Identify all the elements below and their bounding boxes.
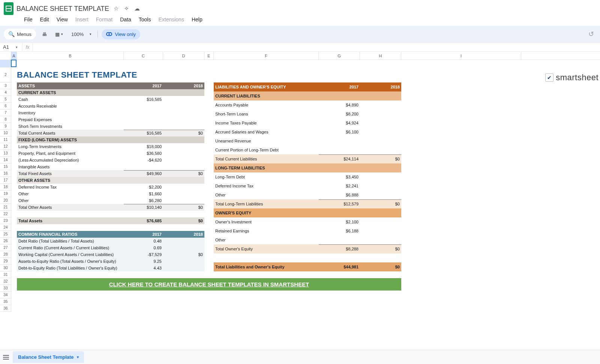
table-row: Short-Term Investments xyxy=(17,123,204,130)
filter-icon: ▦ xyxy=(55,31,60,37)
cloud-icon[interactable]: ☁ xyxy=(133,5,141,12)
fx-icon: fx xyxy=(22,43,33,51)
fixed-assets-total-label: Total Fixed Assets xyxy=(17,170,124,177)
row-header-34[interactable]: 34 xyxy=(0,292,11,298)
column-header-C[interactable]: C xyxy=(124,52,163,60)
name-box[interactable]: A1 ▾ xyxy=(0,43,22,51)
row-header-23[interactable]: 23 xyxy=(0,217,11,224)
row-header-18[interactable]: 18 xyxy=(0,184,11,190)
row-header-3[interactable]: 3 xyxy=(0,82,11,89)
sheet-body[interactable]: BALANCE SHEET TEMPLATE ✔ smartsheet ASSE… xyxy=(11,60,600,313)
menu-edit[interactable]: Edit xyxy=(37,16,52,23)
zoom-dropdown[interactable]: 100% ▾ xyxy=(69,30,93,39)
row-header-12[interactable]: 12 xyxy=(0,143,11,150)
filter-views-button[interactable]: ▦▾ xyxy=(53,30,65,39)
row-header-27[interactable]: 27 xyxy=(0,244,11,251)
print-button[interactable]: 🖶 xyxy=(40,30,49,39)
chevron-down-icon: ▾ xyxy=(61,32,63,36)
column-header-F[interactable]: F xyxy=(214,52,319,60)
row-header-9[interactable]: 9 xyxy=(0,123,11,130)
table-row: Debt-to-Equity Ratio (Total Liabilities … xyxy=(17,265,204,271)
row-header-31[interactable]: 31 xyxy=(0,271,11,278)
column-header-A[interactable]: A xyxy=(11,52,17,60)
table-row: Inventory xyxy=(17,109,204,116)
table-row: (Less Accumulated Depreciation)-$4,620 xyxy=(17,157,204,163)
row-header-1[interactable] xyxy=(0,60,11,67)
column-header-H[interactable]: H xyxy=(360,52,401,60)
menu-extensions[interactable]: Extensions xyxy=(155,16,187,23)
row-header-16[interactable]: 16 xyxy=(0,170,11,177)
assets-table: ASSETS20172018 CURRENT ASSETS Cash$16,58… xyxy=(17,82,204,271)
fixed-assets-header: FIXED (LONG-TERM) ASSETS xyxy=(17,136,204,143)
row-header-33[interactable]: 33 xyxy=(0,285,11,292)
row-header-6[interactable]: 6 xyxy=(0,103,11,109)
table-row: Deferred Income Tax$2,200 xyxy=(17,184,204,190)
sheets-logo-icon[interactable] xyxy=(4,2,14,15)
row-header-25[interactable]: 25 xyxy=(0,231,11,238)
table-row: Retained Earnings$6,188 xyxy=(214,226,401,235)
row-header-35[interactable]: 35 xyxy=(0,298,11,305)
table-row: Other xyxy=(214,235,401,244)
menu-bar: File Edit View Insert Format Data Tools … xyxy=(0,15,600,25)
other-assets-header: OTHER ASSETS xyxy=(17,177,204,184)
table-row: Working Capital (Current Assets / Curren… xyxy=(17,251,204,258)
row-header-19[interactable]: 19 xyxy=(0,190,11,197)
current-liab-header: CURRENT LIABILITIES xyxy=(214,91,401,100)
formula-input[interactable] xyxy=(33,46,600,49)
view-only-label: View only xyxy=(115,31,136,37)
menu-format[interactable]: Format xyxy=(93,16,116,23)
table-row: Accrued Salaries and Wages$6,100 xyxy=(214,127,401,136)
current-liab-total-label: Total Current Liabilities xyxy=(214,154,319,163)
column-header-G[interactable]: G xyxy=(319,52,360,60)
chevron-down-icon: ▾ xyxy=(90,32,92,36)
column-header-D[interactable]: D xyxy=(163,52,204,60)
row-header-11[interactable]: 11 xyxy=(0,136,11,143)
app-header: BALANCE SHEET TEMPLATE ☆ ✧ ☁ File Edit V… xyxy=(0,0,600,26)
row-header-24[interactable]: 24 xyxy=(0,224,11,231)
star-icon[interactable]: ☆ xyxy=(112,5,120,12)
row-header-15[interactable]: 15 xyxy=(0,163,11,170)
column-header-B[interactable]: B xyxy=(17,52,124,60)
row-header-5[interactable]: 5 xyxy=(0,96,11,103)
zoom-value: 100% xyxy=(71,31,84,37)
row-header-10[interactable]: 10 xyxy=(0,130,11,136)
table-row: Deferred Income Tax$2,241 xyxy=(214,181,401,190)
menu-help[interactable]: Help xyxy=(189,16,206,23)
total-assets-label: Total Assets xyxy=(17,217,124,224)
menu-insert[interactable]: Insert xyxy=(72,16,92,23)
row-header-32[interactable]: 32 xyxy=(0,278,11,285)
row-header-26[interactable]: 26 xyxy=(0,238,11,244)
move-icon[interactable]: ✧ xyxy=(123,5,130,12)
row-header-8[interactable]: 8 xyxy=(0,116,11,123)
row-header-13[interactable]: 13 xyxy=(0,150,11,157)
menu-file[interactable]: File xyxy=(21,16,36,23)
view-only-pill[interactable]: View only xyxy=(102,29,140,39)
other-assets-total-label: Total Other Assets xyxy=(17,204,124,211)
row-header-2[interactable]: 2 xyxy=(0,67,11,82)
row-header-30[interactable]: 30 xyxy=(0,265,11,271)
row-header-36[interactable]: 36 xyxy=(0,305,11,312)
menu-data[interactable]: Data xyxy=(117,16,134,23)
menus-search-chip[interactable]: 🔍 Menus xyxy=(4,29,36,39)
row-header-17[interactable]: 17 xyxy=(0,177,11,184)
formula-bar: A1 ▾ fx xyxy=(0,42,600,52)
row-header-21[interactable]: 21 xyxy=(0,204,11,211)
row-header-4[interactable]: 4 xyxy=(0,89,11,96)
cta-link[interactable]: CLICK HERE TO CREATE BALANCE SHEET TEMPL… xyxy=(17,278,401,291)
row-header-7[interactable]: 7 xyxy=(0,109,11,116)
column-header-I[interactable]: I xyxy=(401,52,521,60)
table-row: Assets-to-Equity Ratio (Total Assets / O… xyxy=(17,258,204,265)
row-header-22[interactable]: 22 xyxy=(0,211,11,217)
row-header-14[interactable]: 14 xyxy=(0,157,11,163)
select-all-corner[interactable] xyxy=(0,52,11,60)
table-row: Current Ratio (Current Assets / Current … xyxy=(17,244,204,251)
chevron-down-icon: ▾ xyxy=(16,45,18,49)
row-header-20[interactable]: 20 xyxy=(0,197,11,204)
row-header-29[interactable]: 29 xyxy=(0,258,11,265)
column-header-E[interactable]: E xyxy=(204,52,214,60)
row-header-28[interactable]: 28 xyxy=(0,251,11,258)
menu-view[interactable]: View xyxy=(54,16,71,23)
document-title[interactable]: BALANCE SHEET TEMPLATE xyxy=(16,5,109,13)
history-icon[interactable]: ↺ xyxy=(588,30,594,38)
menu-tools[interactable]: Tools xyxy=(136,16,154,23)
